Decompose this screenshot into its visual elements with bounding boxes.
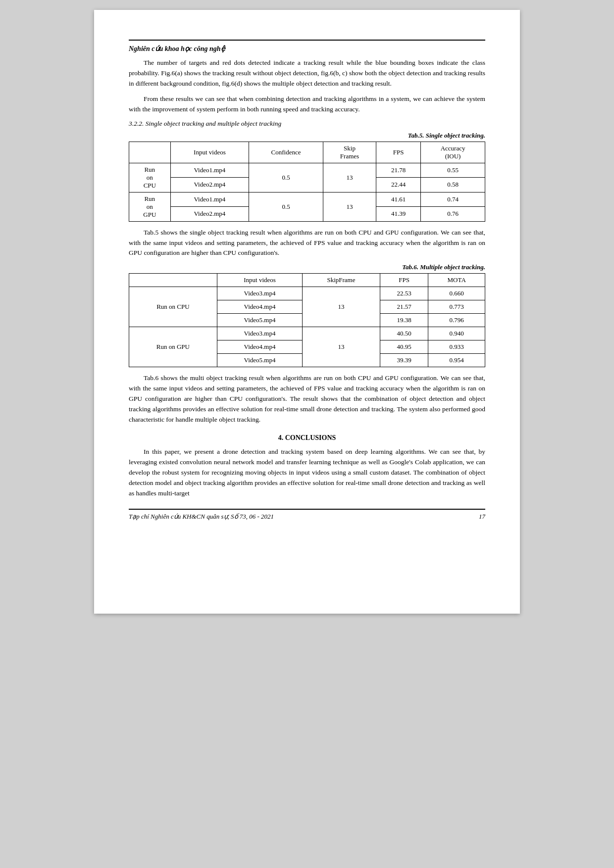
table5-r3-video: Video1.mp4	[170, 192, 249, 207]
table6-r2-mota: 0.773	[428, 300, 485, 314]
table6-r1-fps: 22.53	[380, 287, 428, 300]
footer-rule	[129, 509, 485, 510]
table5-r4-fps: 41.39	[376, 207, 421, 222]
footer-journal: Tạp chí Nghiên cứu KH&CN quân sự, Số 73,…	[129, 513, 274, 521]
sub-section-title: 3.2.2. Single object tracking and multip…	[129, 120, 485, 128]
table5-header-4: FPS	[376, 142, 421, 163]
page: Nghiên cứu khoa học công nghệ The number…	[94, 10, 520, 614]
paragraph-2: From these results we can see that when …	[129, 94, 485, 115]
table6-r1-video: Video3.mp4	[217, 287, 302, 300]
tab5-caption: Tab.5. Single object tracking.	[129, 132, 485, 140]
table5-header-5: Accuracy(IOU)	[421, 142, 485, 163]
footer: Tạp chí Nghiên cứu KH&CN quân sự, Số 73,…	[129, 513, 485, 521]
table6-r6-fps: 39.39	[380, 354, 428, 367]
table5-r4-acc: 0.76	[421, 207, 485, 222]
table5-r3-fps: 41.61	[376, 192, 421, 207]
table-6: Input videos SkipFrame FPS MOTA Run on C…	[129, 273, 485, 367]
footer-page: 17	[479, 513, 485, 521]
table5-header-3: SkipFrames	[323, 142, 376, 163]
table5-r4-video: Video2.mp4	[170, 207, 249, 222]
table-row: Run on CPU Video3.mp4 13 22.53 0.660	[129, 287, 485, 300]
table6-r6-mota: 0.954	[428, 354, 485, 367]
table6-header-1: Input videos	[217, 274, 302, 287]
table6-r4-skip: 13	[303, 327, 380, 367]
table5-r3-conf: 0.5	[249, 192, 323, 221]
table5-r1-skip: 13	[323, 163, 376, 192]
table5-r1-conf: 0.5	[249, 163, 323, 192]
table6-header-0	[129, 274, 217, 287]
tab5-note: Tab.5 shows the single object tracking r…	[129, 228, 485, 259]
table5-r3-skip: 13	[323, 192, 376, 221]
table5-row1-group: RunonCPU	[129, 163, 171, 192]
table-5: Input videos Confidence SkipFrames FPS A…	[129, 142, 485, 222]
table-row: RunonCPU Video1.mp4 0.5 13 21.78 0.55	[129, 163, 485, 178]
table6-cpu-group: Run on CPU	[129, 287, 217, 327]
table-row: RunonGPU Video1.mp4 0.5 13 41.61 0.74	[129, 192, 485, 207]
table6-r5-video: Video4.mp4	[217, 340, 302, 354]
table6-r4-mota: 0.940	[428, 327, 485, 340]
table6-r3-mota: 0.796	[428, 314, 485, 327]
table6-r1-skip: 13	[303, 287, 380, 327]
table6-r3-fps: 19.38	[380, 314, 428, 327]
table5-r2-fps: 22.44	[376, 178, 421, 193]
table6-header-4: MOTA	[428, 274, 485, 287]
table5-row3-group: RunonGPU	[129, 192, 171, 221]
paragraph-1: The number of targets and red dots detec…	[129, 58, 485, 89]
table5-r1-video: Video1.mp4	[170, 163, 249, 178]
table5-r2-video: Video2.mp4	[170, 178, 249, 193]
table5-r1-fps: 21.78	[376, 163, 421, 178]
table6-r5-fps: 40.95	[380, 340, 428, 354]
table6-r4-fps: 40.50	[380, 327, 428, 340]
table5-r1-acc: 0.55	[421, 163, 485, 178]
table6-header-3: FPS	[380, 274, 428, 287]
table-row: Run on GPU Video3.mp4 13 40.50 0.940	[129, 327, 485, 340]
table6-r6-video: Video5.mp4	[217, 354, 302, 367]
table6-r2-fps: 21.57	[380, 300, 428, 314]
table5-r3-acc: 0.74	[421, 192, 485, 207]
table6-gpu-group: Run on GPU	[129, 327, 217, 367]
tab6-caption: Tab.6. Multiple object tracking.	[129, 263, 485, 271]
section4-heading: 4. CONCLUSIONS	[129, 434, 485, 442]
table6-r3-video: Video5.mp4	[217, 314, 302, 327]
table6-header-2: SkipFrame	[303, 274, 380, 287]
conclusions-paragraph: In this paper, we present a drone detect…	[129, 447, 485, 499]
table6-r5-mota: 0.933	[428, 340, 485, 354]
table6-r1-mota: 0.660	[428, 287, 485, 300]
top-rule	[129, 40, 485, 41]
table5-r2-acc: 0.58	[421, 178, 485, 193]
table6-r4-video: Video3.mp4	[217, 327, 302, 340]
table5-header-2: Confidence	[249, 142, 323, 163]
table6-r2-video: Video4.mp4	[217, 300, 302, 314]
tab6-note: Tab.6 shows the multi object tracking re…	[129, 373, 485, 425]
table5-header-0	[129, 142, 171, 163]
table5-header-1: Input videos	[170, 142, 249, 163]
section-header: Nghiên cứu khoa học công nghệ	[129, 45, 485, 53]
